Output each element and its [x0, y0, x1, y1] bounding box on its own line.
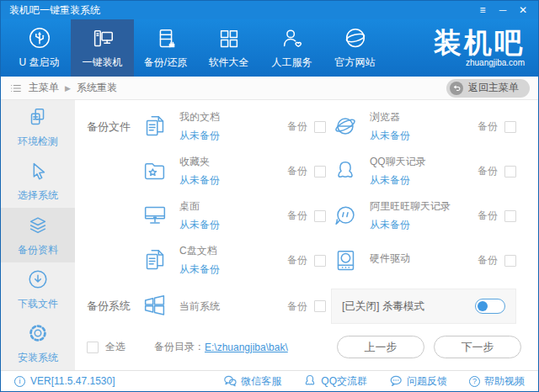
item-status[interactable]: 从未备份 — [370, 218, 461, 232]
backup-item-browser: 浏览器 从未备份 备份 — [331, 104, 521, 149]
select-system-icon — [26, 159, 50, 183]
window-controls: ≡ ─ ✕ — [472, 3, 533, 18]
item-status[interactable]: 从未备份 — [179, 173, 270, 188]
nav-item-support[interactable]: 人工服务 — [260, 19, 323, 77]
backup-checkbox[interactable] — [314, 121, 326, 133]
backup-label: 备份 — [287, 119, 307, 134]
backup-item-c-drive-docs: C盘文档 从未备份 备份 — [141, 238, 331, 283]
item-name: 当前系统 — [179, 299, 270, 314]
title-bar: 装机吧一键重装系统 ≡ ─ ✕ — [1, 1, 538, 19]
wechat-support-link[interactable]: 微信客服 — [223, 374, 281, 389]
backup-item-hardware-drivers: 硬件驱动 备份 — [331, 238, 521, 283]
item-status[interactable]: 从未备份 — [370, 129, 461, 143]
app-window: 装机吧一键重装系统 ≡ ─ ✕ U 盘启动 一键装机 — [0, 0, 539, 392]
back-to-main-menu-button[interactable]: 返回主菜单 — [446, 79, 530, 98]
breadcrumb-current: 系统重装 — [77, 81, 117, 95]
status-link-label: QQ交流群 — [321, 374, 367, 389]
backup-label: 备份 — [478, 164, 498, 178]
backup-files-section-label: 备份文件 — [87, 104, 141, 149]
item-name: 阿里旺旺聊天记录 — [370, 199, 461, 214]
item-name: 桌面 — [179, 199, 270, 214]
backup-checkbox[interactable] — [504, 255, 516, 267]
download-icon — [26, 268, 50, 291]
nav-item-website[interactable]: 官方网站 — [323, 19, 387, 77]
status-link-label: 问题反馈 — [407, 374, 447, 389]
sidebar-item-label: 备份资料 — [18, 243, 58, 257]
backup-label: 备份 — [478, 253, 498, 268]
backup-checkbox[interactable] — [314, 210, 326, 222]
next-step-button[interactable]: 下一步 — [434, 336, 521, 358]
backup-checkbox[interactable] — [314, 255, 326, 267]
minimize-icon[interactable]: ─ — [493, 3, 513, 18]
backup-checkbox[interactable] — [504, 121, 516, 133]
brand-logo: 装机吧 zhuangjiba.com — [434, 29, 525, 67]
bottom-controls: 全选 备份目录： E:\zhuangjiba\bak\ 上一步 下一步 — [87, 336, 521, 358]
breadcrumb-separator-icon: ▶ — [65, 84, 71, 93]
nav-item-label: 人工服务 — [272, 56, 312, 70]
backup-dir-link[interactable]: E:\zhuangjiba\bak\ — [205, 342, 288, 353]
nav-item-label: 官方网站 — [335, 56, 376, 70]
backup-item-my-documents: 我的文档 从未备份 备份 — [141, 104, 331, 149]
version-text: VER[11.5.47.1530] — [30, 375, 115, 387]
sidebar-item-backup-data[interactable]: 备份资料 — [1, 208, 75, 262]
item-status[interactable]: 从未备份 — [179, 129, 270, 143]
nav-item-backup-restore[interactable]: 备份/还原 — [134, 19, 197, 77]
backup-label: 备份 — [287, 299, 307, 314]
sidebar-item-install-system[interactable]: 安装系统 — [1, 316, 75, 370]
help-video-link[interactable]: ? 帮助视频 — [469, 374, 525, 389]
backup-files-grid: 备份文件 我的文档 从未备份 备份 — [87, 104, 521, 283]
breadcrumb: 主菜单 ▶ 系统重装 返回主菜单 — [1, 77, 538, 100]
software-grid-icon — [216, 26, 242, 51]
desktop-icon — [141, 202, 169, 230]
sidebar-item-label: 选择系统 — [18, 188, 58, 203]
backup-checkbox[interactable] — [504, 210, 516, 222]
antivirus-mode-toggle[interactable] — [475, 299, 505, 314]
backup-checkbox[interactable] — [314, 166, 326, 177]
usb-icon — [27, 26, 52, 51]
backup-checkbox[interactable] — [314, 300, 326, 312]
sidebar-item-label: 下载文件 — [18, 297, 58, 311]
backup-label: 备份 — [478, 119, 498, 134]
logo-text: 装机吧 — [434, 29, 525, 56]
sidebar-item-download-files[interactable]: 下载文件 — [1, 262, 75, 316]
browser-icon — [331, 113, 360, 141]
select-all-checkbox[interactable] — [87, 342, 99, 353]
top-nav: U 盘启动 一键装机 备份/还原 软件大全 — [1, 19, 538, 77]
nav-item-usb-boot[interactable]: U 盘启动 — [8, 19, 71, 77]
item-status[interactable]: 从未备份 — [179, 218, 270, 232]
help-video-icon: ? — [469, 376, 480, 387]
menu-icon[interactable]: ≡ — [472, 3, 493, 18]
env-check-icon — [26, 105, 50, 129]
item-name: QQ聊天记录 — [370, 155, 461, 169]
list-menu-icon — [9, 82, 23, 95]
select-all-label: 全选 — [105, 340, 125, 354]
qq-group-link[interactable]: QQ交流群 — [303, 374, 367, 389]
documents-icon — [141, 113, 169, 141]
windows-icon — [141, 292, 169, 320]
sidebar-item-select-system[interactable]: 选择系统 — [1, 154, 75, 208]
item-status[interactable]: 从未备份 — [179, 262, 270, 277]
nav-item-one-key-install[interactable]: 一键装机 — [71, 19, 134, 77]
feedback-icon — [389, 374, 403, 388]
nav-item-label: 一键装机 — [83, 56, 123, 70]
sidebar-item-env-check[interactable]: 环境检测 — [1, 100, 75, 154]
status-bar: i VER[11.5.47.1530] 微信客服 QQ交流群 — [1, 370, 538, 391]
back-arrow-icon — [450, 82, 463, 95]
hardware-drive-icon — [331, 246, 360, 275]
backup-item-qq-history: QQ聊天记录 从未备份 备份 — [331, 149, 521, 193]
step-sidebar: 环境检测 选择系统 备份资料 下载文件 — [1, 100, 75, 370]
backup-dir-label: 备份目录： — [154, 340, 205, 354]
feedback-link[interactable]: 问题反馈 — [389, 374, 447, 389]
antivirus-mode-label: [已关闭] 杀毒模式 — [342, 299, 424, 314]
backup-label: 备份 — [478, 209, 498, 223]
item-status[interactable]: 从未备份 — [370, 173, 461, 188]
backup-checkbox[interactable] — [504, 166, 516, 177]
prev-step-button[interactable]: 上一步 — [337, 336, 424, 358]
backup-label: 备份 — [287, 164, 307, 178]
item-name: 硬件驱动 — [370, 252, 461, 266]
breadcrumb-root[interactable]: 主菜单 — [29, 81, 59, 95]
nav-item-software[interactable]: 软件大全 — [197, 19, 260, 77]
close-icon[interactable]: ✕ — [513, 3, 533, 18]
back-button-label: 返回主菜单 — [468, 81, 519, 95]
nav-item-label: 备份/还原 — [144, 56, 187, 70]
